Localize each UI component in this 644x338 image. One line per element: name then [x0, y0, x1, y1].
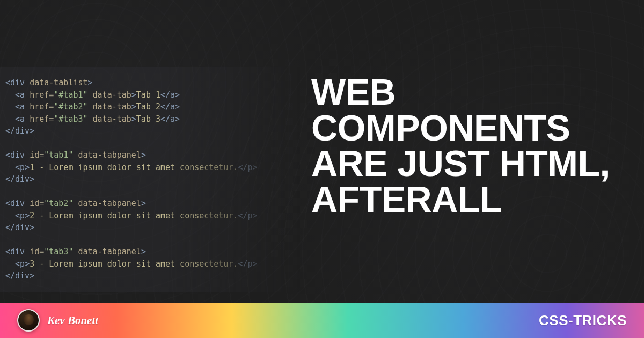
- author-block: Kev Bonett: [17, 309, 98, 332]
- code-block: <div data-tablist> <a href="#tab1" data-…: [5, 77, 295, 282]
- brand-logo-text: CSS-TRICKS: [539, 312, 627, 329]
- footer-bar: Kev Bonett CSS-TRICKS: [0, 303, 644, 338]
- author-name: Kev Bonett: [47, 314, 98, 327]
- article-title-area: WEB COMPONENTS ARE JUST HTML, AFTERALL: [311, 74, 623, 217]
- author-avatar: [17, 309, 40, 332]
- article-title: WEB COMPONENTS ARE JUST HTML, AFTERALL: [311, 74, 623, 217]
- code-snippet-panel: <div data-tablist> <a href="#tab1" data-…: [0, 67, 301, 292]
